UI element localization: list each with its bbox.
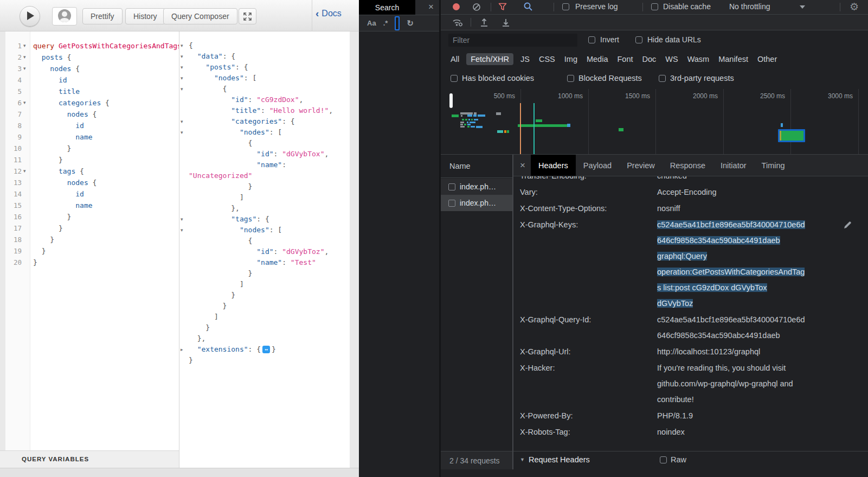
edit-pencil-icon[interactable] xyxy=(844,221,852,229)
type-filter-ws[interactable]: WS xyxy=(665,55,678,63)
fold-arrow-icon[interactable]: ▾ xyxy=(181,62,187,73)
fold-arrow-icon[interactable]: ▾ xyxy=(181,127,187,138)
tab-payload[interactable]: Payload xyxy=(576,155,619,176)
response-json-line: "id": "cG9zdDox", xyxy=(189,94,333,105)
fold-arrow-icon[interactable]: ▾ xyxy=(181,84,187,94)
filter-funnel-icon[interactable] xyxy=(498,3,507,11)
header-value[interactable]: http://localhost:10123/graphql xyxy=(657,344,868,360)
header-value[interactable]: noindex xyxy=(657,424,868,440)
network-conditions-icon[interactable] xyxy=(452,17,464,27)
fold-arrow-icon[interactable]: ▾ xyxy=(23,63,30,74)
selected-request-bar[interactable] xyxy=(778,129,805,142)
tab-timing[interactable]: Timing xyxy=(754,155,793,176)
fold-arrow-icon[interactable]: ▾ xyxy=(23,166,30,177)
docs-link[interactable]: ‹ Docs xyxy=(316,9,342,18)
fold-arrow-icon[interactable]: ▸ xyxy=(181,344,187,355)
type-filter-doc[interactable]: Doc xyxy=(642,55,656,63)
fold-arrow-icon[interactable]: ▾ xyxy=(181,40,187,51)
tab-initiator[interactable]: Initiator xyxy=(713,155,754,176)
collapsed-extensions-chip[interactable]: ↔ xyxy=(262,346,270,353)
header-value[interactable]: Accept-Encoding xyxy=(657,185,868,200)
type-filter-js[interactable]: JS xyxy=(520,55,530,63)
timeline-gridline xyxy=(858,89,859,155)
export-har-icon[interactable] xyxy=(501,18,510,27)
chevron-down-icon[interactable] xyxy=(800,5,805,9)
extra-filter-0[interactable]: Has blocked cookies xyxy=(451,74,534,82)
type-filter-media[interactable]: Media xyxy=(587,55,608,63)
fold-arrow-icon[interactable]: ▾ xyxy=(181,73,187,84)
query-editor[interactable]: 1▾2▾3▾456▾789101112▾1314151617181920 que… xyxy=(5,31,179,450)
type-filter-img[interactable]: Img xyxy=(564,55,577,63)
network-overview-timeline[interactable]: 500 ms1000 ms1500 ms2000 ms2500 ms3000 m… xyxy=(441,89,868,155)
header-value[interactable]: c524ae5a41bcf1e896ea5bf340004710e6d646cf… xyxy=(657,217,868,311)
tab-response[interactable]: Response xyxy=(663,155,713,176)
header-value[interactable]: c524ae5a41bcf1e896ea5bf340004710e6d646cf… xyxy=(657,312,868,344)
fold-arrow-icon[interactable]: ▾ xyxy=(181,51,187,62)
close-icon[interactable]: × xyxy=(520,160,525,171)
regex-toggle[interactable]: .* xyxy=(383,19,388,27)
throttling-select[interactable]: No throttling xyxy=(729,2,770,11)
hide-data-urls-checkbox[interactable] xyxy=(635,36,642,43)
overview-drag-handle[interactable] xyxy=(449,93,453,108)
header-value[interactable]: PHP/8.1.9 xyxy=(657,408,868,424)
request-row[interactable]: index.ph… xyxy=(441,195,512,211)
request-headers-label[interactable]: Request Headers xyxy=(529,455,590,464)
name-column-header[interactable]: Name xyxy=(441,155,512,178)
clear-icon[interactable] xyxy=(472,3,481,11)
file-icon xyxy=(448,183,455,190)
raw-checkbox[interactable] xyxy=(660,456,667,463)
type-filter-fetch-xhr[interactable]: Fetch/XHR xyxy=(466,53,513,65)
invert-checkbox[interactable] xyxy=(588,36,595,43)
hide-data-urls-label[interactable]: Hide data URLs xyxy=(647,35,701,44)
type-filter-other[interactable]: Other xyxy=(757,55,777,63)
preserve-log-checkbox[interactable] xyxy=(562,3,569,10)
refresh-icon[interactable]: ↻ xyxy=(407,18,414,28)
request-row[interactable]: index.ph… xyxy=(441,179,512,195)
checkbox-icon[interactable] xyxy=(451,75,458,82)
checkbox-icon[interactable] xyxy=(659,75,666,82)
query-variables-bar[interactable]: QUERY VARIABLES xyxy=(0,450,179,468)
auth-avatar-button[interactable] xyxy=(52,7,77,26)
disable-cache-label[interactable]: Disable cache xyxy=(663,2,711,11)
timeline-tick-label: 2000 ms xyxy=(685,92,718,100)
type-filter-css[interactable]: CSS xyxy=(539,55,555,63)
type-filter-wasm[interactable]: Wasm xyxy=(687,55,710,63)
type-filter-manifest[interactable]: Manifest xyxy=(718,55,748,63)
query-composer-button[interactable]: Query Composer xyxy=(163,8,237,24)
type-filter-all[interactable]: All xyxy=(451,55,459,63)
query-editor-code[interactable]: query GetPostsWithCategoriesAndTags { po… xyxy=(33,40,179,268)
execute-query-button[interactable] xyxy=(20,6,40,27)
header-value[interactable]: chunked xyxy=(657,176,868,184)
search-input[interactable] xyxy=(395,16,400,30)
extra-filter-1[interactable]: Blocked Requests xyxy=(567,74,642,82)
checkbox-icon[interactable] xyxy=(567,75,574,82)
match-case-toggle[interactable]: Aa xyxy=(367,19,376,27)
import-har-icon[interactable] xyxy=(480,18,488,27)
fold-arrow-icon[interactable]: ▾ xyxy=(181,116,187,127)
fullscreen-button[interactable] xyxy=(239,8,256,24)
disable-cache-checkbox[interactable] xyxy=(651,3,658,10)
header-value[interactable]: If you're reading this, you should visit… xyxy=(657,360,868,408)
prettify-button[interactable]: Prettify xyxy=(82,8,123,24)
disclosure-triangle-icon[interactable]: ▼ xyxy=(520,457,525,462)
invert-label[interactable]: Invert xyxy=(600,35,619,44)
filter-input[interactable] xyxy=(448,34,577,47)
tab-search[interactable]: Search xyxy=(359,0,415,15)
record-icon[interactable] xyxy=(453,3,460,10)
tab-preview[interactable]: Preview xyxy=(619,155,663,176)
fold-arrow-icon[interactable]: ▾ xyxy=(23,40,30,52)
gear-icon[interactable]: ⚙ xyxy=(850,1,859,13)
raw-toggle[interactable]: Raw xyxy=(660,455,686,464)
fold-arrow-icon[interactable]: ▾ xyxy=(181,225,187,236)
fold-arrow-icon[interactable]: ▾ xyxy=(23,52,30,63)
fold-arrow-icon[interactable]: ▾ xyxy=(181,214,187,225)
header-value[interactable]: nosniff xyxy=(657,201,868,217)
tab-headers[interactable]: Headers xyxy=(531,155,576,176)
search-icon[interactable] xyxy=(523,2,533,11)
preserve-log-label[interactable]: Preserve log xyxy=(575,2,618,11)
fold-arrow-icon[interactable]: ▾ xyxy=(23,97,30,109)
history-button[interactable]: History xyxy=(125,8,165,24)
close-icon[interactable]: × xyxy=(428,2,434,12)
extra-filter-2[interactable]: 3rd-party requests xyxy=(659,74,734,82)
type-filter-font[interactable]: Font xyxy=(617,55,633,63)
